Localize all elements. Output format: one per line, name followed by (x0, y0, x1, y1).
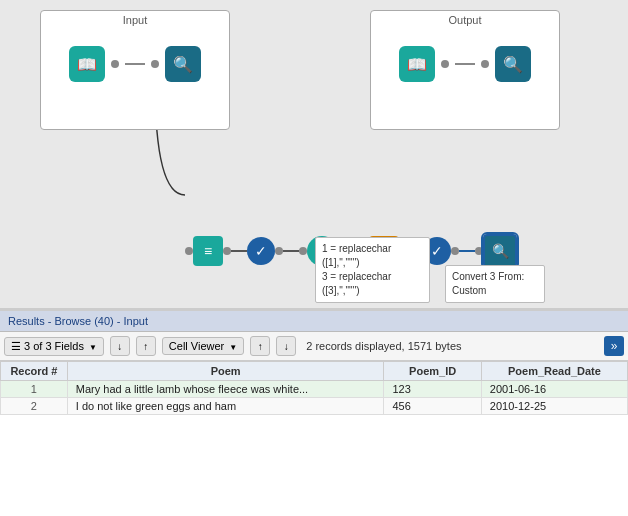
results-toolbar: ☰ 3 of 3 Fields ↓ ↑ Cell Viewer ↑ ↓ 2 re… (0, 332, 628, 361)
wf-line-5 (459, 250, 475, 252)
cell-viewer-label: Cell Viewer (169, 340, 224, 352)
tooltip1-line4: ([3],",""") (322, 284, 423, 298)
tooltip-convert: Convert 3 From: Custom (445, 265, 545, 303)
workflow-canvas: Input 📖 🔍 Output 📖 🔍 ≡ ✓ (0, 0, 628, 310)
wf-node-2[interactable]: ✓ (247, 237, 283, 265)
tooltip2-line1: Convert 3 From: (452, 270, 538, 284)
output-box-label: Output (371, 11, 559, 26)
tooltip-formula: 1 = replacechar ([1],",""") 3 = replacec… (315, 237, 430, 303)
table-row[interactable]: 1Mary had a little lamb whose fleece was… (1, 381, 628, 398)
cell-poem-id: 456 (384, 398, 481, 415)
cell-viewer-button[interactable]: Cell Viewer (162, 337, 244, 355)
input-dot-1 (111, 60, 119, 68)
col-header-poem: Poem (67, 362, 384, 381)
wf-dot-2 (275, 247, 283, 255)
input-box-label: Input (41, 11, 229, 26)
cell-poem: Mary had a little lamb whose fleece was … (67, 381, 384, 398)
workflow-row: ≡ ✓ ⚗ ⇄ ✓ (0, 234, 628, 268)
tooltip1-line1: 1 = replacechar (322, 242, 423, 256)
wf-browse-final-icon[interactable]: 🔍 (483, 234, 517, 268)
input-node-box: Input 📖 🔍 (40, 10, 230, 130)
input-book-icon[interactable]: 📖 (69, 46, 105, 82)
cell-poem: I do not like green eggs and ham (67, 398, 384, 415)
sort-up-button[interactable]: ↑ (136, 336, 156, 356)
wf-check-icon-1[interactable]: ✓ (247, 237, 275, 265)
table-row[interactable]: 2I do not like green eggs and ham4562010… (1, 398, 628, 415)
table-container: Record # Poem Poem_ID Poem_Read_Date 1Ma… (0, 361, 628, 415)
wf-dot-1 (223, 247, 231, 255)
col-header-poem-id: Poem_ID (384, 362, 481, 381)
results-panel: Results - Browse (40) - Input ☰ 3 of 3 F… (0, 310, 628, 516)
output-dot-1 (441, 60, 449, 68)
table-header-row: Record # Poem Poem_ID Poem_Read_Date (1, 362, 628, 381)
input-browse-icon[interactable]: 🔍 (165, 46, 201, 82)
cell-viewer-chevron-icon (227, 340, 237, 352)
output-box-nodes: 📖 🔍 (371, 26, 559, 82)
wf-select-icon[interactable]: ≡ (193, 236, 223, 266)
results-header-text: Results - Browse (40) - Input (8, 315, 148, 327)
wf-dot-8 (475, 247, 483, 255)
toolbar-info-text: 2 records displayed, 1571 bytes (306, 340, 461, 352)
output-book-icon[interactable]: 📖 (399, 46, 435, 82)
wf-dot-0 (185, 247, 193, 255)
down-arrow-button[interactable]: ↓ (276, 336, 296, 356)
fields-label: 3 of 3 Fields (24, 340, 84, 352)
wf-line-2 (283, 250, 299, 252)
cell-poem-date: 2010-12-25 (481, 398, 627, 415)
output-browse-icon[interactable]: 🔍 (495, 46, 531, 82)
col-header-poem-date: Poem_Read_Date (481, 362, 627, 381)
fields-icon: ☰ (11, 340, 21, 353)
table-body: 1Mary had a little lamb whose fleece was… (1, 381, 628, 415)
wf-line-1 (231, 250, 247, 252)
cell-record: 2 (1, 398, 68, 415)
fields-chevron-icon (87, 340, 97, 352)
wf-node-1[interactable]: ≡ (185, 236, 231, 266)
sort-down-button[interactable]: ↓ (110, 336, 130, 356)
output-line-1 (455, 63, 475, 65)
tooltip1-line3: 3 = replacechar (322, 270, 423, 284)
cell-poem-date: 2001-06-16 (481, 381, 627, 398)
cell-record: 1 (1, 381, 68, 398)
fields-button[interactable]: ☰ 3 of 3 Fields (4, 337, 104, 356)
wf-node-6[interactable]: 🔍 (475, 234, 517, 268)
input-dot-2 (151, 60, 159, 68)
input-line-1 (125, 63, 145, 65)
wf-dot-7 (451, 247, 459, 255)
output-dot-2 (481, 60, 489, 68)
data-table: Record # Poem Poem_ID Poem_Read_Date 1Ma… (0, 361, 628, 415)
cell-poem-id: 123 (384, 381, 481, 398)
input-box-nodes: 📖 🔍 (41, 26, 229, 82)
tooltip2-line2: Custom (452, 284, 538, 298)
col-header-record: Record # (1, 362, 68, 381)
expand-button[interactable]: » (604, 336, 624, 356)
wf-dot-3 (299, 247, 307, 255)
results-header: Results - Browse (40) - Input (0, 311, 628, 332)
output-node-box: Output 📖 🔍 (370, 10, 560, 130)
tooltip1-line2: ([1],",""") (322, 256, 423, 270)
up-arrow-button[interactable]: ↑ (250, 336, 270, 356)
